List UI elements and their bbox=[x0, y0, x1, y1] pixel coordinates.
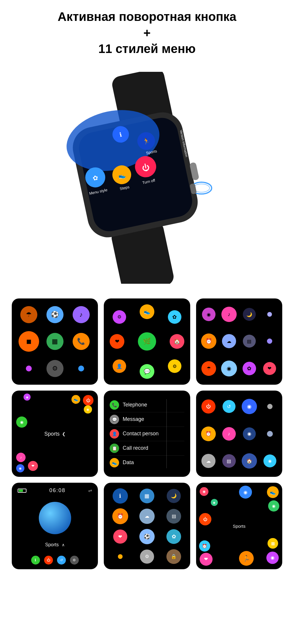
list-menu: 📞 Telephone 💬 Message 👤 Contact person 📋… bbox=[104, 391, 190, 477]
contact-icon: 👤 bbox=[110, 429, 119, 439]
app-icon: ▤ bbox=[222, 454, 236, 468]
small-dot bbox=[267, 312, 272, 317]
app-icon: ◉ bbox=[263, 454, 276, 467]
flower-layout: 🌿 👟 ✿ 🏠 ⚙ 💬 👤 ❤ ⚙ bbox=[104, 298, 190, 385]
app-icon: ⏰ bbox=[112, 508, 128, 524]
time-display: 06:08 bbox=[49, 487, 66, 494]
watch-svg: ℹ 🏃 Sports Version information ✿ Menu st… bbox=[44, 72, 250, 284]
flower-icon: ✿ bbox=[168, 310, 181, 324]
app-icon: ⏰ bbox=[201, 426, 216, 441]
bottom-icon: ℹ bbox=[31, 556, 40, 565]
flower-icon: 💬 bbox=[140, 364, 154, 379]
page-container: Активная поворотная кнопка + 11 стилей м… bbox=[0, 0, 294, 581]
list-screen: 📞 Telephone 💬 Message 👤 Contact person 📋… bbox=[104, 391, 190, 477]
app-icon: ◉ bbox=[221, 361, 237, 376]
screen-card-6: ⏻ ↺ ◉ ⏰ ♪ ◉ ☁ ▤ 🏠 ◉ bbox=[196, 391, 282, 477]
chevron: ❮ bbox=[62, 431, 66, 436]
scatter-icon: ◉ bbox=[200, 487, 208, 496]
app-icon: ♪ bbox=[221, 307, 237, 322]
flower-icon: 👤 bbox=[113, 359, 126, 373]
scattered-layout: ⏻ 👟 ◉ ◉ Sports ❮ ♪ ◉ ❤ ◉ bbox=[12, 391, 98, 477]
app-icon: ⚽ bbox=[139, 529, 155, 544]
app-icon: ↺ bbox=[223, 400, 235, 413]
screens-grid: ☂ ⚽ ♪ ◼ ▦ 📞 ⚙ 🌿 👟 ✿ 🏠 ⚙ 💬 bbox=[0, 293, 294, 581]
top-bar: 06:08 ⇌ bbox=[18, 487, 92, 494]
sports-text: Sports bbox=[44, 431, 60, 437]
scatter-icon: ⏰ bbox=[199, 540, 210, 552]
list-item-callrecord: 📋 Call record bbox=[110, 441, 184, 456]
app-icon: ❤ bbox=[113, 530, 127, 544]
up-chevron: ∧ bbox=[62, 542, 65, 547]
scatter-icon: ⏻ bbox=[199, 513, 211, 525]
scatter-icon: 👟 bbox=[71, 395, 80, 404]
sports-minimal-screen: 06:08 ⇌ Sports ∧ ℹ ⏻ ↺ ⚙ bbox=[12, 483, 98, 569]
list-item-contact: 👤 Contact person bbox=[110, 427, 184, 441]
center-icon: 🌿 bbox=[138, 332, 156, 351]
app-icon: ⏰ bbox=[201, 333, 216, 349]
sports-label: Sports bbox=[233, 524, 245, 529]
scatter-icon: ♪ bbox=[16, 453, 26, 462]
sports-label-container: Sports ❮ bbox=[44, 431, 66, 437]
small-dot bbox=[26, 366, 32, 371]
app-icon: ◉ bbox=[242, 399, 257, 414]
app-icon: ⏻ bbox=[201, 399, 216, 414]
list-item-data: 👟 Data bbox=[110, 456, 184, 470]
page-title: Активная поворотная кнопка + 11 стилей м… bbox=[6, 9, 288, 57]
scatter-icon: ◉ bbox=[266, 552, 279, 564]
watch-hero: ℹ 🏃 Sports Version information ✿ Menu st… bbox=[0, 63, 294, 293]
small-dot bbox=[118, 554, 123, 559]
app-icon: ▦ bbox=[140, 489, 154, 503]
contact-label: Contact person bbox=[123, 431, 158, 437]
scatter-icon: ◉ bbox=[16, 464, 24, 472]
small-dot bbox=[267, 431, 273, 437]
screen-card-9: 👟 ◉ ◉ ⏻ ⏰ ❤ 🏃 ◉ ▦ Sports ◉ ◉ bbox=[196, 483, 282, 569]
center-glow bbox=[39, 502, 71, 534]
app-icon: ⚙ bbox=[140, 550, 154, 564]
screen-card-3: ◉ ♪ 🌙 ⏰ ☁ ▤ ☂ ◉ ✿ ❤ bbox=[196, 298, 282, 385]
app-icon: ⚙ bbox=[46, 360, 64, 377]
list-divider bbox=[166, 399, 167, 468]
app-icon: ☁ bbox=[201, 454, 216, 468]
small-dot bbox=[267, 338, 272, 344]
telephone-label: Telephone bbox=[123, 402, 147, 408]
app-icon: ℹ bbox=[113, 488, 128, 504]
scatter-icon: ◉ bbox=[16, 416, 27, 428]
app-icon: ❤ bbox=[263, 362, 276, 375]
blue-icon-grid: ℹ ▦ 🌙 ⏰ ☁ ▤ ❤ ⚽ ✿ ⚙ 🔒 bbox=[104, 483, 190, 569]
flower-icon: ⚙ bbox=[113, 310, 126, 324]
icon-grid-1: ☂ ⚽ ♪ ◼ ▦ 📞 ⚙ bbox=[12, 298, 98, 385]
message-label: Message bbox=[123, 416, 144, 422]
bottom-icon: ⏻ bbox=[44, 556, 53, 565]
app-icon: ◉ bbox=[202, 308, 216, 321]
app-icon: 🔒 bbox=[166, 549, 181, 564]
app-icon: ☂ bbox=[201, 361, 216, 376]
small-dot bbox=[78, 366, 84, 371]
data-label: Data bbox=[123, 459, 134, 466]
scatter-icon: ❤ bbox=[200, 553, 213, 566]
small-dot bbox=[267, 404, 273, 409]
flower-icon: 🏠 bbox=[170, 334, 184, 349]
app-icon: 🌙 bbox=[167, 489, 181, 503]
scatter-icon: ◉ bbox=[239, 486, 252, 499]
data-icon: 👟 bbox=[110, 458, 119, 467]
screen-card-1: ☂ ⚽ ♪ ◼ ▦ 📞 ⚙ bbox=[12, 298, 98, 385]
battery-fill bbox=[19, 489, 23, 492]
sports-row: Sports ∧ bbox=[45, 542, 65, 547]
scatter-icon: ▦ bbox=[268, 538, 278, 549]
flower-icon: ❤ bbox=[110, 334, 124, 349]
page-header: Активная поворотная кнопка + 11 стилей м… bbox=[0, 0, 294, 63]
app-icon: 📞 bbox=[73, 333, 90, 350]
app-icon: ⚽ bbox=[46, 306, 64, 323]
app-icon: ▦ bbox=[46, 333, 64, 350]
bottom-icon: ↺ bbox=[57, 556, 66, 565]
app-icon: ♪ bbox=[222, 427, 236, 441]
scatter-icon: ⏻ bbox=[83, 395, 93, 406]
sports-scattered-layout: 👟 ◉ ◉ ⏻ ⏰ ❤ 🏃 ◉ ▦ Sports ◉ ◉ bbox=[196, 483, 282, 569]
sports-text: Sports bbox=[233, 524, 245, 529]
scatter-icon: ❤ bbox=[28, 461, 38, 471]
scatter-icon: 👟 bbox=[267, 486, 279, 498]
app-icon: ▤ bbox=[166, 509, 181, 524]
flower-icon: ⚙ bbox=[168, 359, 181, 373]
scatter-icon: 🏃 bbox=[239, 551, 254, 566]
app-icon: ▤ bbox=[243, 335, 256, 348]
